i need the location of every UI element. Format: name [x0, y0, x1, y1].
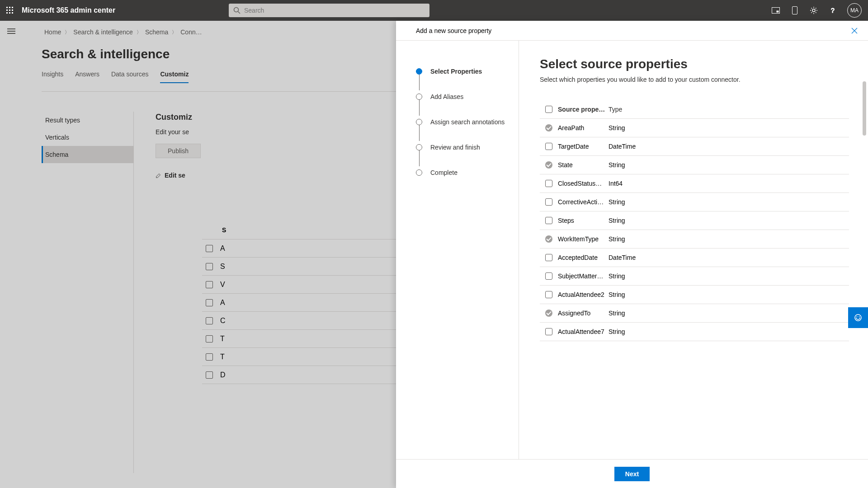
- row-checkbox[interactable]: [545, 328, 552, 335]
- step-label: Assign search annotations: [430, 118, 505, 126]
- row-property-name: ActualAttendee2: [558, 291, 609, 298]
- step-label: Select Properties: [430, 68, 482, 75]
- panel-footer: Next: [396, 459, 868, 488]
- panel-title: Add a new source property: [416, 27, 491, 34]
- panel-body: Select Properties Add Aliases Assign sea…: [396, 41, 868, 459]
- table-row[interactable]: StateString: [540, 156, 849, 174]
- row-property-type: String: [609, 235, 663, 243]
- product-title: Microsoft 365 admin center: [22, 6, 115, 14]
- step-add-aliases[interactable]: Add Aliases: [416, 84, 519, 109]
- shell-notifications-icon[interactable]: [771, 6, 780, 15]
- app-launcher-icon[interactable]: [4, 4, 16, 17]
- svg-rect-7: [9, 12, 10, 14]
- row-property-type: String: [609, 310, 663, 317]
- row-property-type: String: [609, 328, 663, 335]
- table-row[interactable]: ActualAttendee7String: [540, 323, 849, 341]
- svg-rect-13: [793, 7, 797, 14]
- step-review[interactable]: Review and finish: [416, 135, 519, 160]
- header-actions: ? MA: [771, 3, 862, 18]
- help-icon[interactable]: ?: [828, 6, 837, 15]
- close-icon: [851, 28, 858, 34]
- table-row[interactable]: ClosedStatusCodeInt64: [540, 174, 849, 193]
- table-row[interactable]: ActualAttendee2String: [540, 286, 849, 304]
- select-all-checkbox[interactable]: [545, 106, 552, 113]
- table-row[interactable]: AreaPathString: [540, 119, 849, 137]
- row-checkbox[interactable]: [545, 254, 552, 261]
- svg-rect-6: [6, 12, 8, 14]
- row-checkbox[interactable]: [545, 180, 552, 187]
- table-row[interactable]: StepsString: [540, 211, 849, 230]
- panel-header: Add a new source property: [396, 21, 868, 41]
- svg-rect-5: [12, 9, 13, 11]
- row-property-name: AreaPath: [558, 124, 609, 131]
- step-assign-annotations[interactable]: Assign search annotations: [416, 109, 519, 135]
- step-label: Review and finish: [430, 144, 480, 151]
- svg-rect-1: [9, 7, 10, 8]
- row-property-type: String: [609, 161, 663, 169]
- svg-rect-4: [9, 9, 10, 11]
- row-checkbox[interactable]: [545, 143, 552, 150]
- global-search[interactable]: [229, 4, 429, 17]
- step-dot-icon: [416, 144, 422, 150]
- row-property-name: WorkItemType: [558, 235, 609, 243]
- step-complete[interactable]: Complete: [416, 160, 519, 185]
- add-property-panel: Add a new source property Select Propert…: [396, 21, 868, 488]
- mobile-icon[interactable]: [790, 6, 799, 15]
- svg-rect-0: [6, 7, 8, 8]
- row-checkbox[interactable]: [545, 291, 552, 298]
- step-select-properties[interactable]: Select Properties: [416, 59, 519, 84]
- row-property-type: Int64: [609, 180, 663, 187]
- row-property-type: String: [609, 217, 663, 224]
- main-area: Home 〉 Search & intelligence 〉 Schema 〉 …: [0, 21, 868, 488]
- svg-line-10: [238, 12, 241, 14]
- table-row[interactable]: TargetDateDateTime: [540, 137, 849, 156]
- svg-rect-11: [772, 8, 780, 14]
- panel-main: Select source properties Select which pr…: [519, 41, 868, 459]
- svg-rect-12: [777, 11, 778, 12]
- row-property-name: TargetDate: [558, 143, 609, 150]
- row-property-type: String: [609, 291, 663, 298]
- svg-point-16: [855, 314, 861, 321]
- row-property-name: CorrectiveAction…: [558, 198, 609, 206]
- col-source-property[interactable]: Source property: [558, 106, 609, 113]
- svg-rect-2: [12, 7, 13, 8]
- settings-icon[interactable]: [809, 6, 818, 15]
- next-button[interactable]: Next: [614, 467, 650, 481]
- row-property-name: ActualAttendee7: [558, 328, 609, 335]
- search-input[interactable]: [244, 7, 425, 14]
- scrollbar-thumb[interactable]: [863, 81, 866, 136]
- step-dot-icon: [416, 68, 422, 75]
- table-row[interactable]: AssignedToString: [540, 304, 849, 323]
- table-row[interactable]: CorrectiveAction…String: [540, 193, 849, 211]
- table-row[interactable]: SubjectMatterEx…String: [540, 267, 849, 286]
- wizard-steps: Select Properties Add Aliases Assign sea…: [396, 41, 519, 459]
- row-property-type: DateTime: [609, 143, 663, 150]
- svg-text:?: ?: [831, 7, 835, 14]
- feedback-tab[interactable]: [848, 307, 868, 328]
- user-avatar[interactable]: MA: [847, 3, 862, 18]
- panel-main-sub: Select which properties you would like t…: [540, 76, 863, 83]
- top-header-bar: Microsoft 365 admin center ? MA: [0, 0, 868, 21]
- row-checkbox[interactable]: [545, 161, 552, 169]
- step-dot-icon: [416, 169, 422, 176]
- svg-point-17: [857, 316, 858, 317]
- row-checkbox[interactable]: [545, 217, 552, 224]
- step-label: Add Aliases: [430, 93, 463, 100]
- table-row[interactable]: AcceptedDateDateTime: [540, 249, 849, 267]
- row-checkbox[interactable]: [545, 235, 552, 243]
- step-dot-icon: [416, 94, 422, 100]
- table-header-row: Source property Type: [540, 106, 849, 119]
- svg-point-9: [234, 8, 239, 12]
- row-property-type: DateTime: [609, 254, 663, 261]
- col-type[interactable]: Type: [609, 106, 663, 113]
- row-property-type: String: [609, 198, 663, 206]
- close-panel-button[interactable]: [849, 25, 860, 36]
- row-checkbox[interactable]: [545, 124, 552, 131]
- row-checkbox[interactable]: [545, 310, 552, 317]
- search-icon: [233, 7, 241, 14]
- row-property-type: String: [609, 272, 663, 280]
- row-property-name: State: [558, 161, 609, 169]
- row-checkbox[interactable]: [545, 272, 552, 280]
- row-checkbox[interactable]: [545, 198, 552, 206]
- table-row[interactable]: WorkItemTypeString: [540, 230, 849, 249]
